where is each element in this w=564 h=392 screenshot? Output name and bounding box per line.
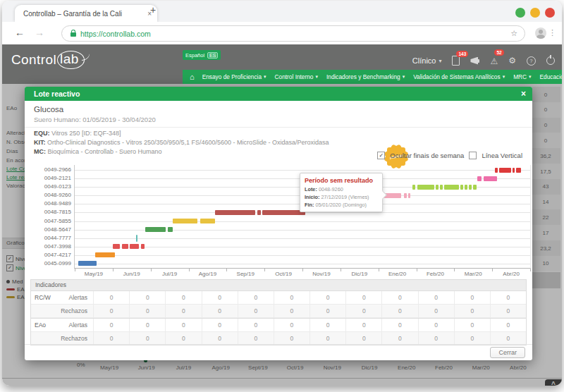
nav-item-indicadores-y-benchmarking[interactable]: Indicadores y Benchmarking▾ [322, 73, 409, 80]
lot-bar[interactable] [95, 252, 115, 257]
lot-bar[interactable] [477, 176, 482, 181]
indicator-value: 0 [309, 332, 345, 345]
tooltip-lote-label: Lote: [305, 186, 317, 192]
traffic-light-green[interactable] [515, 8, 525, 18]
nav-item-control-interno[interactable]: Control Interno▾ [271, 73, 322, 80]
language-badge[interactable]: Español ES [183, 50, 221, 60]
x-axis-tick [492, 269, 493, 271]
nav-item-educaci-n[interactable]: Educación▾ [536, 73, 562, 80]
language-code: ES [207, 52, 218, 59]
lot-bar[interactable] [122, 244, 128, 249]
indicator-value: 0 [274, 305, 309, 317]
url-text[interactable]: https://controllab.com [80, 30, 510, 38]
lot-bar[interactable] [484, 176, 497, 181]
announcements-icon[interactable] [470, 57, 479, 65]
indicator-value: 0 [345, 319, 381, 331]
indicator-value: 0 [165, 291, 201, 304]
x-axis-tick [151, 269, 152, 271]
home-icon[interactable]: ⌂ [188, 73, 198, 81]
lot-bar[interactable] [465, 185, 467, 190]
indicator-value: 0 [238, 291, 274, 304]
bookmark-star-icon[interactable]: ☆ [510, 29, 517, 38]
x-axis-label: Jul/19 [162, 271, 177, 277]
traffic-light-yellow[interactable] [530, 8, 540, 18]
url-bar[interactable]: https://controllab.com ☆ [61, 25, 525, 42]
documents-icon[interactable]: 143 [452, 56, 460, 66]
lot-bar[interactable] [513, 168, 515, 173]
lot-bar[interactable] [436, 185, 439, 190]
lot-bar[interactable] [469, 185, 472, 190]
lot-bar[interactable] [460, 185, 463, 190]
lot-bar[interactable] [173, 219, 197, 223]
mc-value: Bioquímica - Controllab - Suero Humano [48, 148, 162, 155]
lot-bar[interactable] [257, 210, 261, 215]
kit-line: KIT: Ortho-Clinical Diagnostics - Vitros… [34, 139, 329, 146]
lot-bar[interactable] [440, 185, 442, 190]
indicator-value: 0 [309, 319, 345, 331]
x-axis-label: Jun/19 [123, 271, 140, 277]
lot-bar[interactable] [495, 168, 498, 173]
lot-bar[interactable] [499, 168, 511, 173]
forward-icon[interactable]: → [35, 27, 44, 38]
lot-bar[interactable] [145, 227, 166, 232]
indicator-value: 0 [345, 305, 381, 317]
indicator-value: 0 [274, 319, 309, 331]
x-axis-tick [189, 269, 190, 271]
indicator-value: 0 [490, 291, 526, 304]
browser-menu-icon[interactable]: ⋮ [548, 28, 556, 37]
indicator-row: Rechazos000000000000 [31, 305, 526, 318]
lot-bar[interactable] [404, 193, 407, 198]
back-icon[interactable]: ← [15, 27, 25, 38]
help-icon[interactable]: ? [527, 56, 536, 66]
lot-label: 0045-0999 [44, 260, 71, 267]
logo-swoosh [82, 54, 90, 61]
browser-tab[interactable]: Controllab – Garantía de la Cali × [15, 5, 157, 22]
hide-weekends-checkbox[interactable]: ✓ [377, 152, 385, 159]
lot-bar[interactable] [168, 227, 173, 232]
lot-bar[interactable] [408, 193, 411, 198]
x-axis-label: Sep/19 [237, 271, 255, 277]
logout-power-icon[interactable] [546, 56, 555, 65]
lot-bar[interactable] [262, 210, 305, 215]
close-modal-button[interactable]: Cerrar [490, 347, 525, 358]
lot-bar[interactable] [516, 168, 521, 173]
indicator-value: 0 [129, 305, 165, 317]
settings-gear-icon[interactable]: ⚙ [508, 56, 516, 65]
traffic-light-red[interactable] [545, 8, 555, 18]
lot-bar[interactable] [200, 219, 216, 223]
lot-bar[interactable] [215, 210, 255, 215]
chart-gridline [75, 264, 530, 264]
nav-item-ensayo-de-proficiencia[interactable]: Ensayo de Proficiencia▾ [198, 73, 271, 80]
lot-bar[interactable] [473, 185, 477, 190]
megaphone-glyph [470, 57, 479, 65]
lot-bar[interactable] [130, 244, 139, 249]
indicator-value: 0 [202, 332, 238, 345]
lot-bar[interactable] [78, 261, 97, 266]
indicator-value: 0 [418, 305, 454, 317]
lot-bar[interactable] [412, 185, 416, 190]
controllab-logo[interactable]: Controllab [11, 51, 90, 69]
x-axis-label: Ene/20 [388, 271, 406, 277]
analyte-subtitle: Suero Humano: 01/05/2019 - 30/04/2020 [34, 116, 156, 123]
nav-item-mrc[interactable]: MRC▾ [509, 73, 535, 80]
tab-title: Controllab – Garantía de la Cali [23, 10, 143, 18]
profile-menu[interactable]: Clínico ▾ [412, 56, 442, 65]
alerts-icon[interactable]: ⚠ 52 [490, 54, 498, 67]
lot-bar[interactable] [417, 185, 435, 190]
lock-icon [70, 32, 76, 37]
new-tab-button[interactable]: + [150, 4, 156, 16]
vertical-line-checkbox[interactable] [469, 152, 477, 159]
indicators-header: Indicadores [31, 280, 526, 291]
lot-bar[interactable] [141, 244, 145, 249]
lot-bar[interactable] [444, 185, 459, 190]
lot-bar[interactable] [113, 244, 120, 249]
modal-close-icon[interactable]: × [521, 89, 532, 99]
tooltip-lote: Lote: 0048-9260 [305, 186, 378, 192]
main-nav: ⌂ Ensayo de Proficiencia▾Control Interno… [183, 70, 562, 84]
chart-gridline [75, 170, 530, 171]
indicator-value: 0 [490, 319, 526, 331]
nav-item-validaci-n-de-sistemas-anal-ticos[interactable]: Validación de Sistemas Analíticos▾ [409, 73, 509, 80]
indicator-value: 0 [238, 319, 274, 331]
profile-avatar[interactable] [535, 27, 546, 39]
lot-bar[interactable] [136, 235, 137, 242]
